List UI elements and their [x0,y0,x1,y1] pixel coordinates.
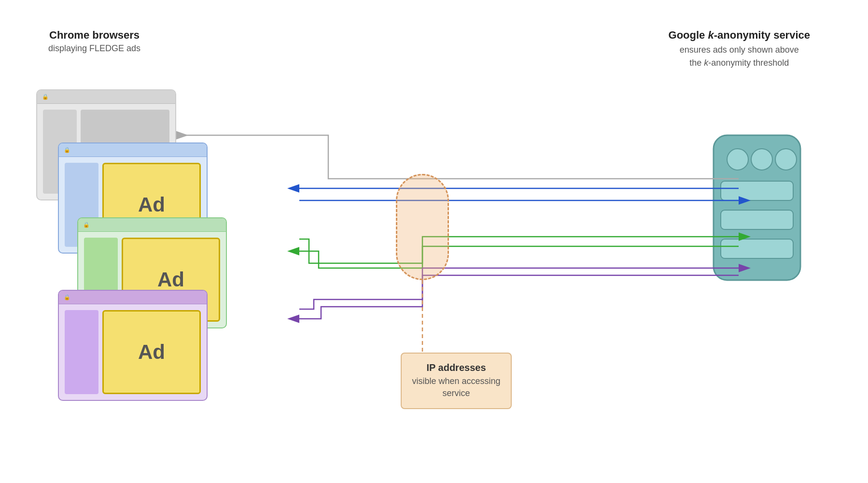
browser-purple: 🔒 Ad [58,290,208,401]
right-title-sub: ensures ads only shown abovethe k-anonym… [669,43,810,70]
gray-arrow [176,135,739,179]
lock-icon-purple: 🔒 [64,294,70,300]
browser-gray-titlebar: 🔒 [37,90,175,104]
ip-note-box: IP addresses visible when accessing serv… [401,353,512,409]
green-arrow-right [299,237,739,263]
diagram-container: Chrome browsers displaying FLEDGE ads Go… [0,0,868,483]
svg-rect-6 [721,239,793,258]
browser-purple-titlebar: 🔒 [59,291,207,304]
svg-point-1 [727,149,748,170]
svg-rect-5 [721,210,793,229]
left-title-block: Chrome browsers displaying FLEDGE ads [48,29,140,54]
browser-blue-titlebar: 🔒 [59,143,207,157]
left-title-sub: displaying FLEDGE ads [48,43,140,54]
lock-icon-gray: 🔒 [42,94,49,100]
lock-icon-green: 🔒 [83,222,90,228]
right-title-main: Google k-anonymity service [669,29,810,42]
browser-green-titlebar: 🔒 [78,218,226,232]
ip-note-sub: visible when accessing service [411,375,501,399]
green-arrow-left [299,246,739,268]
ip-bubble [396,174,449,280]
server-icon [709,121,805,295]
browser-purple-content: Ad [59,304,207,400]
ad-box-purple: Ad [102,310,201,394]
purple-arrow-left [299,275,739,319]
svg-rect-4 [721,181,793,200]
browser-purple-left-panel [65,310,98,394]
svg-point-3 [775,149,797,170]
purple-arrow-right [299,268,739,309]
right-title-block: Google k-anonymity service ensures ads o… [669,29,810,70]
svg-point-2 [751,149,772,170]
ip-note-title: IP addresses [411,362,501,373]
lock-icon-blue: 🔒 [64,147,70,153]
left-title-main: Chrome browsers [48,29,140,42]
